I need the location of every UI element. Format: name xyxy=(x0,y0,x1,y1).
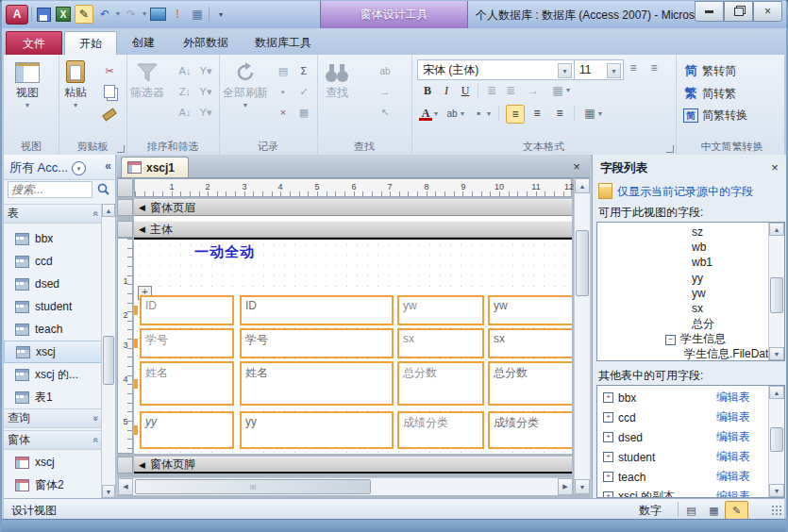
datasheet-view-button[interactable]: ▦ xyxy=(702,501,726,520)
export-excel-button[interactable]: X xyxy=(55,6,72,23)
font-size-combobox[interactable]: 11 ▾ xyxy=(574,59,624,80)
expand-box-icon[interactable]: + xyxy=(603,392,613,403)
form-view-button[interactable]: ▤ xyxy=(679,501,703,520)
expand-box-icon[interactable]: + xyxy=(603,412,613,423)
sidebar-item-table-biao1[interactable]: 表1 xyxy=(4,386,103,408)
field-list-close-icon[interactable]: × xyxy=(767,159,782,175)
design-view-qat-button[interactable]: ✎ xyxy=(75,5,93,24)
nav-section-forms[interactable]: 窗体 « xyxy=(4,430,103,450)
delete-record-button[interactable]: × xyxy=(274,104,293,121)
undo-button[interactable]: ↶ xyxy=(96,6,113,23)
nav-scrollbar-thumb[interactable] xyxy=(103,336,114,385)
scroll-down-icon[interactable]: ▼ xyxy=(769,347,784,360)
totals-button[interactable]: Σ xyxy=(294,62,313,79)
toggle-filter-button[interactable]: Y▾ xyxy=(196,104,215,121)
align-right-button[interactable]: ≡ xyxy=(551,105,568,122)
to-traditional-button[interactable]: 繁 简转繁 xyxy=(683,85,736,102)
restore-button[interactable] xyxy=(724,1,753,22)
filter-button[interactable]: 筛选器 xyxy=(130,62,164,101)
edit-table-link[interactable]: 编辑表 xyxy=(716,409,750,425)
close-button[interactable]: × xyxy=(753,1,782,22)
sidebar-item-form-xscj[interactable]: xscj xyxy=(4,451,103,474)
nav-header[interactable]: 所有 Acc... ▾ « xyxy=(4,155,115,180)
redo-caret-icon[interactable]: ▾ xyxy=(143,11,146,17)
footer-section-selector[interactable] xyxy=(117,457,133,474)
field-item[interactable]: sz xyxy=(597,224,769,240)
gridlines-button[interactable]: ▦ xyxy=(581,105,598,122)
sidebar-item-table-bbx[interactable]: bbx xyxy=(4,227,103,250)
header-section-selector[interactable] xyxy=(117,199,133,216)
form-footer-bar[interactable]: ◀ 窗体页脚 xyxy=(134,457,572,474)
textbox-control[interactable]: sx xyxy=(488,328,572,358)
selection-filter-button[interactable]: Y▾ xyxy=(196,62,215,79)
scroll-up-icon[interactable]: ▲ xyxy=(769,223,784,236)
scroll-down-icon[interactable]: ▼ xyxy=(769,484,784,497)
cut-button[interactable]: ✂ xyxy=(100,62,119,79)
textbox-control[interactable]: 成绩分类 xyxy=(488,411,572,449)
highlight-color-button[interactable]: ab xyxy=(444,105,461,122)
expand-box-icon[interactable]: + xyxy=(603,491,613,498)
scrollbar-thumb[interactable] xyxy=(770,427,783,452)
redo-button[interactable]: ↷ xyxy=(123,6,140,23)
scroll-right-icon[interactable]: ▶ xyxy=(558,478,573,495)
nav-scrollbar[interactable]: ▲ ▼ xyxy=(101,204,115,498)
font-color-caret-icon[interactable]: ▾ xyxy=(434,111,438,117)
row-handle[interactable] xyxy=(134,339,138,348)
textbox-control[interactable]: 学号 xyxy=(240,328,394,358)
field-item[interactable]: 总分 xyxy=(597,316,769,331)
font-name-caret-icon[interactable]: ▾ xyxy=(558,63,572,78)
detail-section-selector[interactable] xyxy=(117,221,133,238)
field-child-item[interactable]: 学生信息.FileData xyxy=(597,346,769,361)
gridlines-caret-icon[interactable]: ▾ xyxy=(598,111,602,117)
scrollbar-thumb[interactable] xyxy=(770,277,783,313)
scroll-down-icon[interactable]: ▼ xyxy=(102,485,115,498)
field-item[interactable]: wb xyxy=(597,240,769,255)
textbox-control[interactable]: yw xyxy=(488,295,572,325)
expand-box-icon[interactable]: + xyxy=(603,432,613,442)
vertical-scrollbar[interactable]: ▲ ▼ xyxy=(574,178,590,494)
refresh-all-button[interactable]: 全部刷新 ▾ xyxy=(223,62,268,108)
textbox-control[interactable]: ID xyxy=(240,295,394,325)
nav-section-queries[interactable]: 查询 » xyxy=(4,408,103,428)
label-control[interactable]: yw xyxy=(397,295,484,325)
goto-button[interactable]: → xyxy=(376,83,394,100)
search-input[interactable] xyxy=(8,181,92,198)
tab-database-tools[interactable]: 数据库工具 xyxy=(243,31,323,55)
qat-customize-button[interactable]: ▾ xyxy=(212,6,229,23)
other-table-row[interactable]: +xscj 的副本编辑表 xyxy=(597,487,769,498)
ruler-corner-box[interactable] xyxy=(117,178,133,197)
sidebar-item-table-ccd[interactable]: ccd xyxy=(4,250,103,273)
label-control[interactable]: yy xyxy=(140,411,234,449)
sidebar-item-table-xscj-copy[interactable]: xscj 的... xyxy=(4,363,103,386)
minimize-button[interactable] xyxy=(695,1,724,22)
spelling-button[interactable]: ✓ xyxy=(294,83,313,100)
other-table-row[interactable]: +ccd编辑表 xyxy=(597,407,769,427)
paste-button[interactable]: 粘贴 ▾ xyxy=(64,60,87,108)
access-logo-icon[interactable]: A xyxy=(6,5,28,25)
italic-button[interactable]: I xyxy=(438,82,455,99)
field-item[interactable]: yw xyxy=(597,286,769,301)
resize-grip[interactable] xyxy=(771,505,782,516)
h-scrollbar-thumb[interactable]: |||| xyxy=(135,479,371,494)
scroll-up-icon[interactable]: ▲ xyxy=(769,386,784,399)
remove-sort-button[interactable]: A↓ xyxy=(176,104,194,121)
more-records-button[interactable]: ▦ xyxy=(294,104,313,121)
label-control[interactable]: 学号 xyxy=(140,328,234,358)
expand-box-icon[interactable]: + xyxy=(603,472,613,482)
edit-table-link[interactable]: 编辑表 xyxy=(716,390,750,406)
gridline-color-button[interactable]: ▦ xyxy=(549,82,566,99)
row-handle[interactable] xyxy=(134,379,138,389)
form-header-bar[interactable]: ◀ 窗体页眉 xyxy=(134,199,572,216)
nav-section-tables[interactable]: 表 « xyxy=(4,204,103,224)
tab-file[interactable]: 文件 xyxy=(6,31,62,56)
increase-indent-button[interactable]: ≣ xyxy=(502,82,519,99)
shutter-bar-close-icon[interactable]: « xyxy=(105,159,111,173)
tab-external-data[interactable]: 外部数据 xyxy=(172,31,240,55)
select-button[interactable]: ↖ xyxy=(376,104,394,121)
sidebar-item-table-teach[interactable]: teach xyxy=(4,318,103,341)
row-handle[interactable] xyxy=(134,425,138,435)
other-table-row[interactable]: +dsed编辑表 xyxy=(597,427,769,447)
save-button[interactable] xyxy=(35,6,52,23)
nav-dropdown-icon[interactable]: ▾ xyxy=(72,161,86,175)
background-color-button[interactable]: ▪ xyxy=(470,105,487,122)
